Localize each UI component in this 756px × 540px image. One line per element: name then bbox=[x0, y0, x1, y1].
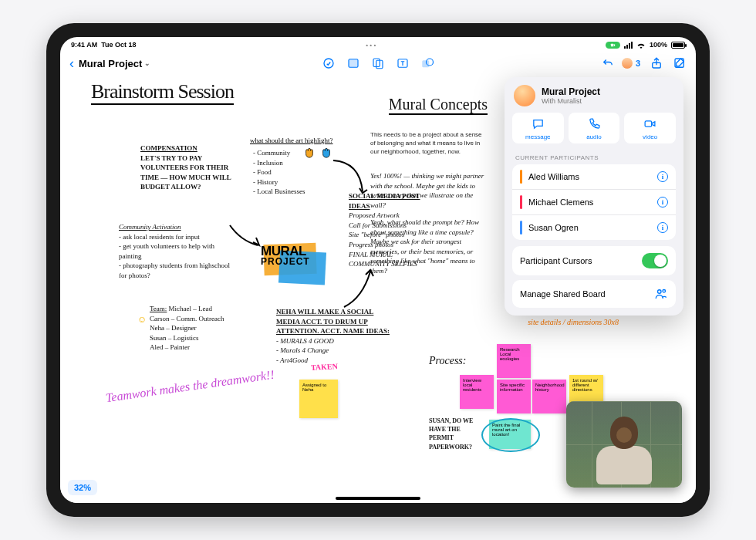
svg-rect-2 bbox=[349, 59, 358, 68]
facetime-person bbox=[591, 417, 657, 488]
info-icon[interactable]: i bbox=[657, 222, 668, 233]
participants-section-label: CURRENT PARTICIPANTS bbox=[505, 151, 683, 164]
note-highlight-q: what should the art highlight? bbox=[250, 136, 332, 146]
zoom-indicator[interactable]: 32% bbox=[68, 480, 97, 495]
note-teamwork: Teamwork makes the dreamwork!! bbox=[105, 368, 275, 406]
facetime-pill[interactable] bbox=[606, 42, 620, 49]
chevron-down-icon: ⌄ bbox=[144, 59, 150, 67]
share-icon[interactable] bbox=[650, 56, 663, 70]
note-site: site details / dimensions 30x8 bbox=[528, 318, 619, 327]
participant-row[interactable]: Susan Ogren i bbox=[512, 215, 676, 240]
toggle-switch[interactable] bbox=[642, 253, 668, 268]
arrow-sketch bbox=[339, 267, 378, 316]
battery-icon bbox=[671, 42, 685, 49]
status-time: 9:41 AM bbox=[71, 41, 97, 49]
svg-rect-17 bbox=[645, 121, 652, 127]
note-activation: Community Activation - ask local residen… bbox=[119, 222, 235, 281]
compose-icon[interactable] bbox=[673, 56, 687, 70]
collaborate-icon bbox=[654, 287, 668, 301]
heading-concepts: Mural Concepts bbox=[389, 96, 488, 113]
status-date: Tue Oct 18 bbox=[101, 41, 136, 49]
video-button[interactable]: video bbox=[624, 113, 676, 143]
battery-pct: 100% bbox=[650, 41, 667, 49]
share-popover: Mural Project With Muralist message audi… bbox=[505, 77, 683, 316]
audio-button[interactable]: audio bbox=[569, 113, 620, 143]
note-taken: TAKEN bbox=[311, 362, 338, 372]
note-susan: SUSAN, DO WE HAVE THE PERMIT PAPERWORK? bbox=[429, 417, 483, 451]
info-icon[interactable]: i bbox=[657, 171, 668, 182]
text-tool-icon[interactable] bbox=[396, 56, 410, 70]
media-tool-icon[interactable] bbox=[371, 56, 385, 70]
mural-logo: MURALPROJECT bbox=[261, 239, 335, 290]
note-concept-reply: Yes! 100%! — thinking we might partner w… bbox=[370, 171, 486, 210]
arrow-sketch bbox=[227, 222, 262, 253]
sticky-note[interactable]: Neighborhood history bbox=[532, 380, 566, 413]
heading-brainstorm: Brainstorm Session bbox=[91, 80, 234, 103]
manage-shared-board-button[interactable]: Manage Shared Board bbox=[512, 280, 676, 308]
undo-icon[interactable] bbox=[601, 56, 615, 70]
note-highlight-list: - Community - Inclusion - Food - History… bbox=[253, 148, 305, 197]
arrow-sketch bbox=[329, 156, 372, 202]
note-concept-reply2: Yeah, what should the prompt be? How abo… bbox=[370, 218, 486, 276]
participant-cursors-toggle[interactable]: Participant Cursors bbox=[512, 246, 676, 275]
svg-point-19 bbox=[663, 289, 666, 292]
note-team: Team: Michael – Lead Carson – Comm. Outr… bbox=[150, 304, 273, 353]
participant-row[interactable]: Aled Williams i bbox=[512, 164, 676, 190]
circle-annotation bbox=[481, 418, 540, 452]
note-process: Process: bbox=[429, 355, 466, 367]
participants-list: Aled Williams i Michael Clemens i Susan … bbox=[512, 164, 676, 240]
wifi-icon bbox=[636, 42, 646, 49]
pen-tool-icon[interactable] bbox=[322, 56, 336, 70]
sticky-tool-icon[interactable] bbox=[346, 56, 360, 70]
collaborators-button[interactable]: 3 bbox=[624, 57, 640, 69]
sticky-note[interactable]: Interview local residents bbox=[460, 375, 494, 409]
participant-row[interactable]: Michael Clemens i bbox=[512, 190, 676, 215]
svg-point-18 bbox=[658, 290, 662, 294]
smile-icon: ☺ bbox=[137, 315, 147, 326]
popover-subtitle: With Muralist bbox=[542, 97, 600, 105]
sticky-note[interactable]: Site specific information bbox=[497, 380, 531, 413]
note-compensation: COMPENSATION LET'S TRY TO PAY VOLUNTEERS… bbox=[140, 143, 231, 192]
popover-avatar bbox=[514, 85, 535, 106]
note-concept-intro: This needs to be a project about a sense… bbox=[370, 131, 486, 156]
fist-icon bbox=[302, 145, 316, 162]
board-title[interactable]: Mural Project ⌄ bbox=[79, 58, 150, 69]
shapes-tool-icon[interactable] bbox=[420, 56, 434, 70]
info-icon[interactable]: i bbox=[657, 197, 668, 208]
svg-point-1 bbox=[324, 59, 333, 68]
sticky-note[interactable]: Research Local ecologies bbox=[497, 344, 531, 378]
home-indicator[interactable] bbox=[336, 497, 420, 500]
svg-rect-0 bbox=[611, 43, 614, 46]
facetime-pip[interactable] bbox=[566, 401, 682, 488]
back-chevron-icon[interactable]: ‹ bbox=[69, 56, 74, 72]
message-button[interactable]: message bbox=[512, 113, 564, 143]
svg-rect-7 bbox=[422, 60, 429, 67]
statusbar: 9:41 AM Tue Oct 18 • • • 100% bbox=[60, 37, 696, 51]
app-toolbar: ‹ Mural Project ⌄ 3 bbox=[60, 51, 696, 76]
popover-title: Mural Project bbox=[542, 86, 600, 97]
sticky-note[interactable]: Assigned to Neha bbox=[299, 380, 338, 418]
signal-icon bbox=[624, 42, 633, 49]
